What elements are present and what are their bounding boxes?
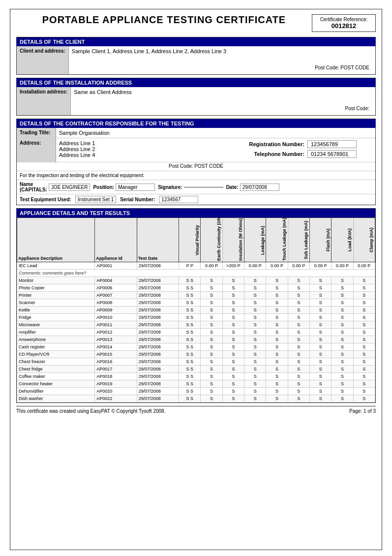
iec-id: AP0001 (95, 262, 137, 270)
installation-label: Installation address: (17, 87, 71, 115)
iec-lead-row: IEC Lead AP0001 29/07/2008 P P 0.00 P >2… (17, 262, 375, 270)
signature-value (184, 187, 223, 187)
contractor-section-header: DETAILS OF THE CONTRACTOR RESPONSIBLE FO… (17, 119, 375, 128)
col-appliance-id: Appliance Id (95, 218, 137, 262)
client-postcode-label: Post Code: (315, 65, 339, 70)
col-earth: Earth Continuity (Ohms) (201, 218, 222, 262)
reg-number-row: Registration Number: 123456789 (245, 140, 372, 148)
name-label: Name(CAPITALS: (20, 182, 47, 192)
contractor-postcode-label: Post Code: (169, 163, 193, 169)
table-row: Cash registerAP001429/07/2008S SSSSSSSSS (17, 343, 375, 351)
contractor-address-row: Address: Address Line 1 Address Line 2 A… (17, 138, 375, 162)
client-section-box: Client and address: Sample Client 1, Add… (16, 46, 376, 75)
header: PORTABLE APPLIANCE TESTING CERTIFICATE C… (16, 14, 376, 32)
table-row: Coffee makerAP001829/07/2008S SSSSSSSSS (17, 373, 375, 380)
serial-label: Serial Number: (120, 197, 155, 202)
contractor-address-right: Registration Number: 123456789 Telephone… (242, 138, 375, 162)
signature-field: Signature: (158, 185, 223, 190)
position-label: Position: (93, 185, 114, 190)
table-row: CD Player/VCRAP001529/07/2008S SSSSSSSSS (17, 351, 375, 358)
test-equip-label: Test Equipment Used: (20, 197, 71, 202)
iec-date: 29/07/2008 (137, 262, 179, 270)
installation-postcode: Post Code: (74, 105, 372, 113)
table-row: MicrowaveAP001129/07/2008S SSSSSSSSS (17, 321, 375, 329)
position-field: Position: Manager (93, 184, 155, 191)
table-row: PrinterAP000729/07/2008S SSSSSSSSS (17, 292, 375, 299)
test-equipment-row: Test Equipment Used: Instrument Set 1 Se… (17, 194, 375, 205)
iec-insulation: >200 P (222, 262, 244, 270)
contractor-address-content: Address Line 1 Address Line 2 Address Li… (56, 138, 375, 162)
contractor-postcode: Post Code: POST CODE (17, 162, 375, 171)
comment-row: Comments: comments goes here? (17, 270, 375, 277)
table-row: Photo CopierAP000629/07/2008S SSSSSSSSS (17, 284, 375, 292)
address-line-4: Address Line 4 (59, 152, 240, 158)
table-row: Chest fridgeAP001729/07/2008S SSSSSSSSS (17, 366, 375, 373)
table-row: MonitorAP000429/07/2008S SSSSSSSSS (17, 277, 375, 284)
installation-row: Installation address: Same as Client Add… (17, 87, 375, 115)
comment-text: Comments: comments goes here? (17, 270, 375, 277)
client-section-header: DETAILS OF THE CLIENT (17, 37, 375, 46)
trading-value: Sample Organisation (56, 128, 375, 138)
address-line-1: Address Line 1 (59, 140, 240, 146)
appliance-section: APPLIANCE DETAILS AND TEST RESULTS Appli… (16, 208, 376, 403)
client-row: Client and address: Sample Client 1, Add… (17, 46, 375, 74)
col-visual: Visual Polarity (179, 218, 201, 262)
iec-clamp: 0.00 P (353, 262, 375, 270)
cert-ref-number: 0012812 (316, 22, 371, 30)
client-postcode: Post Code: POST CODE (72, 64, 372, 72)
col-insulation: Insulation (M Ohms) (222, 218, 244, 262)
contractor-postcode-value: POST CODE (194, 163, 223, 169)
client-address-text: Sample Client 1, Address Line 1, Address… (72, 48, 372, 54)
installation-address-text: Same as Client Address (74, 89, 372, 95)
cert-ref-box: Certificate Reference: 0012812 (312, 14, 376, 32)
col-clamp: Clamp (mA) (353, 218, 375, 262)
trading-label: Trading Title: (17, 128, 56, 138)
col-sub: Sub Leakage (mA) (288, 218, 309, 262)
footer-copyright: This certificate was created using EasyP… (16, 408, 165, 414)
appliance-section-box: Appliance Decription Appliance Id Test D… (16, 217, 376, 403)
client-postcode-value: POST CODE (340, 65, 369, 70)
date-value: 29/07/2008 (240, 184, 279, 191)
iec-description: IEC Lead (17, 262, 95, 270)
contractor-section: DETAILS OF THE CONTRACTOR RESPONSIBLE FO… (16, 119, 376, 205)
installation-section-header: DETAILS OF THE INSTALLATION ADDRESS (17, 78, 375, 87)
iec-load: 0.00 P (332, 262, 353, 270)
signature-label: Signature: (158, 185, 182, 190)
footer-page: Page: 1 of 3 (349, 408, 376, 414)
col-test-date: Test Date (137, 218, 179, 262)
iec-leakage: 0.00 P (244, 262, 266, 270)
col-flash: Flash (mA) (310, 218, 332, 262)
table-row: KettleAP000929/07/2008S SSSSSSSSS (17, 307, 375, 314)
date-field: Date: 29/07/2008 (226, 184, 279, 191)
position-value: Manager (116, 184, 155, 191)
table-row: FridgeAP001029/07/2008S SSSSSSSSS (17, 314, 375, 321)
page-wrapper: PORTABLE APPLIANCE TESTING CERTIFICATE C… (10, 9, 382, 550)
reg-number-value: 123456789 (307, 140, 357, 148)
inspection-line: For the inspection and testing of the el… (17, 171, 375, 180)
table-row: AnswerphoneAP001329/07/2008S SSSSSSSSS (17, 336, 375, 343)
trading-row: Trading Title: Sample Organisation (17, 128, 375, 138)
iec-earth: 0.00 P (201, 262, 222, 270)
installation-section-header-wrapper: DETAILS OF THE INSTALLATION ADDRESS (16, 78, 376, 87)
table-row: ScannerAP000829/07/2008S SSSSSSSSS (17, 299, 375, 307)
reg-number-label: Registration Number: (245, 141, 304, 147)
installation-address: Same as Client Address Post Code: (71, 87, 375, 115)
col-touch: Touch Leakage (mA) (266, 218, 288, 262)
tel-label: Telephone Number: (245, 151, 304, 157)
col-description: Appliance Decription (17, 218, 95, 262)
table-row: Convector heaterAP001929/07/2008S SSSSSS… (17, 380, 375, 388)
iec-touch: 0.00 P (266, 262, 288, 270)
contractor-section-box: Trading Title: Sample Organisation Addre… (16, 128, 376, 205)
table-row: Dish washerAP002229/07/2008S SSSSSSSSS (17, 395, 375, 402)
footer: This certificate was created using EasyP… (16, 406, 376, 414)
test-equip-value: Instrument Set 1 (75, 196, 116, 203)
client-section-header-wrapper: DETAILS OF THE CLIENT (16, 37, 376, 46)
client-section: DETAILS OF THE CLIENT Client and address… (16, 37, 376, 75)
contractor-address-left: Address Line 1 Address Line 2 Address Li… (56, 138, 242, 162)
client-address: Sample Client 1, Address Line 1, Address… (69, 46, 375, 74)
tel-row: Telephone Number: 01234 5678901 (245, 150, 372, 158)
client-label: Client and address: (17, 46, 69, 74)
table-row: DehumidifierAP002029/07/2008S SSSSSSSSS (17, 388, 375, 395)
iec-sub: 0.00 P (288, 262, 309, 270)
installation-postcode-label: Post Code: (345, 106, 369, 111)
